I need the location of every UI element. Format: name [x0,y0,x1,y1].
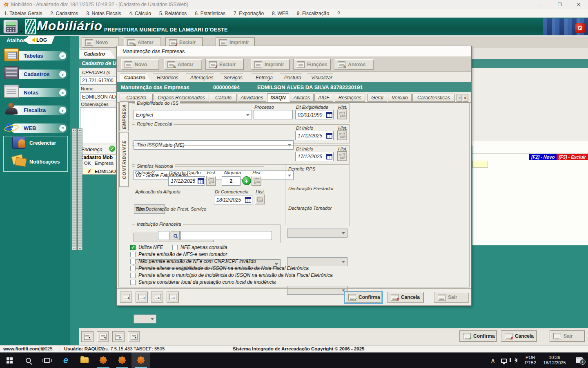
menu-relatorios[interactable]: 5. Relatórios [155,11,191,16]
menu-tabelas-gerais[interactable]: 1. Tabelas Gerais [0,11,46,16]
inner-tab-aidf[interactable]: AIDF [314,94,333,102]
credenciar-icon[interactable] [12,137,25,149]
instituicao-tipo-select[interactable] [134,314,156,323]
declaracao-prestador-select[interactable] [287,257,347,266]
checkbox-nfse-sem-tomador[interactable]: Permite emissão de NFS-e sem tomador [130,251,227,257]
optante-hist-button[interactable] [206,176,216,186]
menu-estatisticas[interactable]: 6. Estatísticas [191,11,229,16]
start-button[interactable] [0,352,19,368]
dialog-tab-alteracoes[interactable]: Alterações [186,73,219,82]
menu-help[interactable]: ? [333,11,344,16]
chevron-up-icon[interactable]: » [59,125,66,132]
main-cancela-button[interactable]: ✗Cancela [501,330,537,342]
record-last-button[interactable]: ▸ [167,292,179,303]
menu-cadastros[interactable]: 2. Cadastros [46,11,82,16]
instituicao-nome-field[interactable] [180,231,272,240]
cpf-field[interactable]: 21.721.617/00 [80,76,116,85]
dialog-funcoes-button[interactable]: Funções [293,59,331,70]
tipo-dt-field[interactable]: 17/12/2025 [295,152,334,161]
sidebar-item-credenciar[interactable]: Credenciar [29,140,56,146]
exigibilidade-hist-button[interactable] [337,110,347,119]
web-icon[interactable] [3,121,18,134]
checkbox-icon[interactable] [130,259,136,264]
instituicao-codigo-field[interactable] [158,231,169,240]
calendar-icon[interactable] [245,197,251,203]
processo-field[interactable] [254,110,293,119]
observacoes-field[interactable] [80,107,116,143]
taskbar-app1-button[interactable] [94,352,113,368]
taskbar-explorer-button[interactable] [75,352,94,368]
main-record-first-button[interactable]: ◂ [81,331,94,342]
main-tab-cadastro[interactable]: Cadastro [80,49,115,58]
tray-volume-button[interactable] [510,352,522,368]
notificacoes-icon[interactable] [11,154,26,168]
checkbox-icon[interactable] [130,252,136,257]
sidebar-log-tab[interactable]: LOG [24,36,55,44]
sidebar-item-fiscaliza[interactable]: Fiscaliza » [11,105,68,115]
tray-network-button[interactable] [498,352,510,368]
record-first-button[interactable]: ◂ [120,292,132,303]
checkbox-alterar-municipio[interactable]: Permite alterar o município de incidênci… [130,272,333,278]
inspector-icon[interactable] [4,102,19,115]
regime-hist-button[interactable] [337,130,347,140]
tray-language[interactable]: POR PTB2 [522,352,539,368]
right-list-cell[interactable] [472,161,488,168]
side-tab-empresa[interactable]: EMPRESA [119,102,129,131]
checkbox-icon[interactable] [130,266,136,271]
tab-scroll-left-button[interactable]: ◄ [457,94,462,102]
checkbox-icon[interactable] [130,280,136,285]
menu-calculo[interactable]: 4. Cálculo [125,11,155,16]
main-confirma-button[interactable]: ✓Confirma [459,330,497,342]
checkbox-icon[interactable] [172,245,178,250]
power-button[interactable] [575,23,585,33]
data-opcao-field[interactable]: 17/12/2025 [168,176,205,186]
dialog-alterar-button[interactable]: ✎Alterar [164,59,202,70]
menu-notas-fiscais[interactable]: 3. Notas Fiscais [82,11,125,16]
sidebar-item-notas[interactable]: Notas » [11,88,68,97]
aliquota-hist-button[interactable] [252,176,261,186]
restore-button[interactable]: ❐ [550,0,569,9]
calendar-icon[interactable] [326,133,332,139]
dt-exigibilidade-field[interactable]: 01/01/1990 [295,110,334,119]
checkbox-icon[interactable] [130,273,136,278]
tray-expand-button[interactable]: ∧ [488,352,498,368]
main-record-prev-button[interactable]: ◂ [97,331,109,342]
menu-exportacao[interactable]: 7. Exportação [229,11,268,16]
main-novo-button[interactable]: Novo [82,37,119,48]
calendar-icon[interactable] [326,154,332,159]
inner-tab-geral[interactable]: Geral [368,94,387,102]
checkbox-nfe-consulta[interactable]: NFE apenas consulta [172,245,227,250]
exigibilidade-select[interactable]: Exigível [134,110,252,119]
main-record-last-button[interactable]: ▸ [128,331,140,342]
records-icon[interactable] [4,66,19,79]
chevron-down-icon[interactable]: » [59,89,66,96]
dialog-confirma-button[interactable]: ✓Confirma [345,292,382,303]
add-aliquota-button[interactable]: + [242,176,251,185]
instituicao-search-button[interactable] [171,231,180,240]
competencia-hist-button[interactable] [255,195,265,204]
sidebar-item-web[interactable]: WEB » [11,123,68,133]
inner-tab-atividades[interactable]: Atividades [238,94,266,102]
dialog-tab-visualizar[interactable]: Visualizar [307,73,338,82]
inner-tab-caracteristicas[interactable]: Características [412,94,455,102]
inner-tab-restricoes[interactable]: Restrições [335,94,365,102]
minimize-button[interactable]: — [532,0,550,9]
aliquota-field[interactable]: 2 [222,176,241,186]
menu-fiscalizacao[interactable]: 9. Fiscalização [293,11,333,16]
record-next-button[interactable]: ▸ [151,292,163,303]
dialog-tab-cadastro[interactable]: Cadastro [120,73,151,82]
tipo-hist-button[interactable] [337,151,347,161]
inner-tab-veiculo[interactable]: Veículo [388,94,412,102]
vertical-scrollbar[interactable] [72,128,77,250]
taskbar-search-button[interactable] [19,352,38,368]
inner-tab-issqn[interactable]: ISSQN [267,93,289,102]
menu-web[interactable]: 8. WEB [268,11,293,16]
main-record-next-button[interactable]: ▸ [112,331,125,342]
tab-scroll-right-button[interactable]: ► [463,94,468,102]
inner-tab-alvaras[interactable]: Alvarás [290,94,314,102]
checkbox-icon[interactable] [130,245,136,250]
inner-tab-calculo[interactable]: Cálculo [210,94,237,102]
dialog-imprimir-button[interactable]: Imprimir [251,59,290,70]
dialog-tab-historicos[interactable]: Históricos [153,73,184,82]
chevron-down-icon[interactable]: » [59,52,66,59]
